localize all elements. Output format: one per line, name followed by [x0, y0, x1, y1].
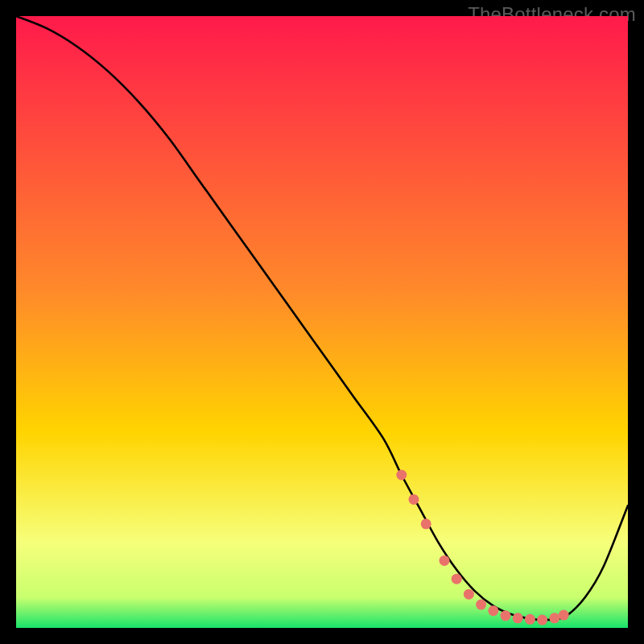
chart-plot: [16, 16, 628, 628]
marker-point: [464, 589, 474, 600]
marker-point: [421, 518, 431, 529]
marker-point: [513, 613, 523, 623]
marker-point: [549, 613, 559, 623]
marker-point: [396, 470, 407, 481]
marker-point: [409, 494, 419, 505]
marker-point: [537, 615, 547, 625]
marker-point: [476, 600, 486, 610]
marker-point: [501, 610, 511, 621]
gradient-background: [16, 16, 628, 628]
marker-point: [488, 605, 498, 616]
chart-stage: TheBottleneck.com: [0, 0, 644, 644]
marker-point: [440, 555, 450, 566]
chart-svg: [16, 16, 628, 628]
marker-point: [452, 574, 462, 584]
marker-point: [559, 610, 569, 621]
marker-point: [525, 614, 535, 625]
